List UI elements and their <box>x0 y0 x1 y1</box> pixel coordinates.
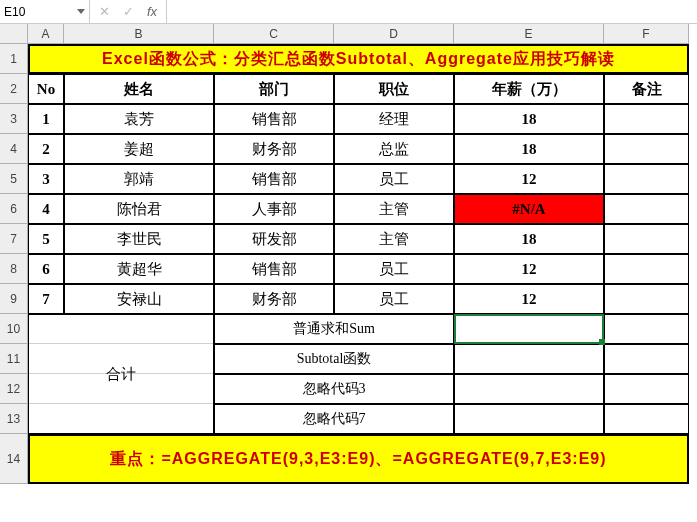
enter-icon[interactable]: ✓ <box>116 0 140 23</box>
chevron-down-icon[interactable] <box>77 9 85 14</box>
cell-dept[interactable]: 财务部 <box>214 284 334 314</box>
row-header[interactable]: 4 <box>0 134 28 164</box>
total-value[interactable] <box>454 314 604 344</box>
row-header[interactable]: 1 <box>0 44 28 74</box>
col-header[interactable]: B <box>64 24 214 44</box>
col-header[interactable]: F <box>604 24 689 44</box>
cell-pos[interactable]: 主管 <box>334 224 454 254</box>
row-header[interactable]: 12 <box>0 374 28 404</box>
header-dept[interactable]: 部门 <box>214 74 334 104</box>
cell-no[interactable]: 1 <box>28 104 64 134</box>
cell-pos[interactable]: 员工 <box>334 284 454 314</box>
cell-salary[interactable]: 18 <box>454 104 604 134</box>
cell-note[interactable] <box>604 104 689 134</box>
row-header[interactable]: 9 <box>0 284 28 314</box>
cell-name[interactable]: 袁芳 <box>64 104 214 134</box>
row-header[interactable]: 8 <box>0 254 28 284</box>
total-item[interactable]: 忽略代码7 <box>214 404 454 434</box>
total-note[interactable] <box>604 404 689 434</box>
footer-cell[interactable]: 重点：=AGGREGATE(9,3,E3:E9)、=AGGREGATE(9,7,… <box>28 434 689 484</box>
cell-salary[interactable]: 12 <box>454 284 604 314</box>
column-header-row: A B C D E F <box>0 24 697 44</box>
select-all-corner[interactable] <box>0 24 28 44</box>
total-note[interactable] <box>604 314 689 344</box>
header-salary[interactable]: 年薪（万） <box>454 74 604 104</box>
row-header[interactable]: 14 <box>0 434 28 484</box>
cell-note[interactable] <box>604 134 689 164</box>
cell-salary[interactable]: 12 <box>454 254 604 284</box>
cell-dept[interactable]: 销售部 <box>214 254 334 284</box>
cell-no[interactable]: 6 <box>28 254 64 284</box>
header-pos[interactable]: 职位 <box>334 74 454 104</box>
cell-no[interactable]: 5 <box>28 224 64 254</box>
total-note[interactable] <box>604 374 689 404</box>
cell-no[interactable]: 2 <box>28 134 64 164</box>
cell-pos[interactable]: 员工 <box>334 254 454 284</box>
total-item[interactable]: 忽略代码3 <box>214 374 454 404</box>
cell-dept[interactable]: 财务部 <box>214 134 334 164</box>
header-note[interactable]: 备注 <box>604 74 689 104</box>
cell-name[interactable]: 姜超 <box>64 134 214 164</box>
row-header[interactable]: 3 <box>0 104 28 134</box>
cell-dept[interactable]: 研发部 <box>214 224 334 254</box>
formula-input[interactable] <box>167 0 697 23</box>
cell-name[interactable]: 郭靖 <box>64 164 214 194</box>
row-header[interactable]: 2 <box>0 74 28 104</box>
cell-pos[interactable]: 经理 <box>334 104 454 134</box>
formula-bar: E10 ✕ ✓ fx <box>0 0 697 24</box>
table-row: 5李世民研发部主管18 <box>28 224 689 254</box>
row-header[interactable]: 10 <box>0 314 28 344</box>
total-label[interactable]: 合计 <box>28 314 214 434</box>
total-value[interactable] <box>454 344 604 374</box>
total-item[interactable]: 普通求和Sum <box>214 314 454 344</box>
cell-name[interactable]: 黄超华 <box>64 254 214 284</box>
col-header[interactable]: C <box>214 24 334 44</box>
cell-pos[interactable]: 员工 <box>334 164 454 194</box>
worksheet[interactable]: Excel函数公式：分类汇总函数Subtotal、Aggregate应用技巧解读… <box>28 44 689 484</box>
cell-dept[interactable]: 销售部 <box>214 164 334 194</box>
cell-pos[interactable]: 主管 <box>334 194 454 224</box>
cell-no[interactable]: 7 <box>28 284 64 314</box>
cell-salary[interactable]: #N/A <box>454 194 604 224</box>
total-value[interactable] <box>454 404 604 434</box>
row-headers: 1 2 3 4 5 6 7 8 9 10 11 12 13 14 <box>0 44 28 484</box>
cell-note[interactable] <box>604 224 689 254</box>
cell-dept[interactable]: 人事部 <box>214 194 334 224</box>
formula-controls: ✕ ✓ fx <box>90 0 167 23</box>
cell-name[interactable]: 李世民 <box>64 224 214 254</box>
row-header[interactable]: 7 <box>0 224 28 254</box>
table-row: 3郭靖销售部员工12 <box>28 164 689 194</box>
cell-salary[interactable]: 18 <box>454 224 604 254</box>
table-row: 2姜超财务部总监18 <box>28 134 689 164</box>
col-header[interactable]: A <box>28 24 64 44</box>
cell-name[interactable]: 安禄山 <box>64 284 214 314</box>
name-box[interactable]: E10 <box>0 0 90 23</box>
cell-note[interactable] <box>604 164 689 194</box>
cell-note[interactable] <box>604 284 689 314</box>
fx-icon[interactable]: fx <box>140 0 164 23</box>
cell-dept[interactable]: 销售部 <box>214 104 334 134</box>
header-name[interactable]: 姓名 <box>64 74 214 104</box>
cell-salary[interactable]: 12 <box>454 164 604 194</box>
col-header[interactable]: D <box>334 24 454 44</box>
cell-no[interactable]: 4 <box>28 194 64 224</box>
title-cell[interactable]: Excel函数公式：分类汇总函数Subtotal、Aggregate应用技巧解读 <box>28 44 689 74</box>
cancel-icon[interactable]: ✕ <box>92 0 116 23</box>
row-header[interactable]: 5 <box>0 164 28 194</box>
total-value[interactable] <box>454 374 604 404</box>
cell-no[interactable]: 3 <box>28 164 64 194</box>
col-header[interactable]: E <box>454 24 604 44</box>
cell-pos[interactable]: 总监 <box>334 134 454 164</box>
table-row: 1袁芳销售部经理18 <box>28 104 689 134</box>
cell-note[interactable] <box>604 254 689 284</box>
total-label-text: 合计 <box>106 365 136 384</box>
row-header[interactable]: 13 <box>0 404 28 434</box>
row-header[interactable]: 6 <box>0 194 28 224</box>
cell-note[interactable] <box>604 194 689 224</box>
cell-name[interactable]: 陈怡君 <box>64 194 214 224</box>
row-header[interactable]: 11 <box>0 344 28 374</box>
total-item[interactable]: Subtotal函数 <box>214 344 454 374</box>
header-no[interactable]: No <box>28 74 64 104</box>
total-note[interactable] <box>604 344 689 374</box>
cell-salary[interactable]: 18 <box>454 134 604 164</box>
